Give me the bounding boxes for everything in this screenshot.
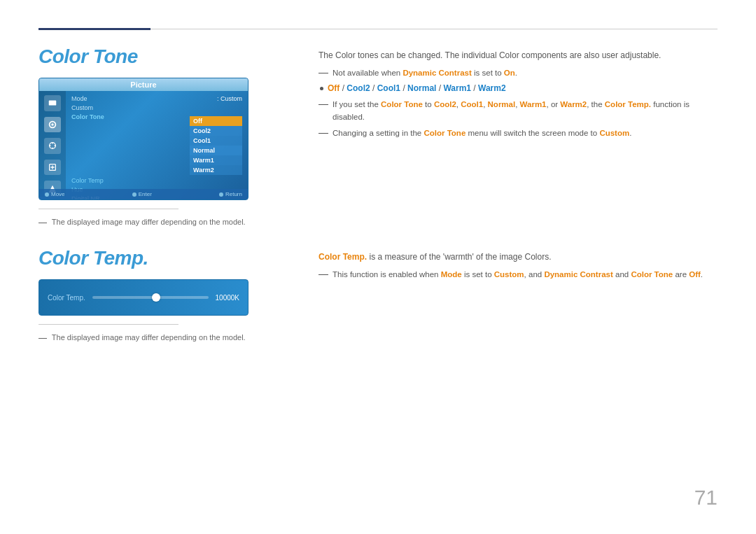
color-tone-section: Color Tone Picture	[38, 45, 718, 226]
tv-icon-2	[44, 117, 61, 133]
highlight-custom: Custom	[599, 129, 629, 137]
note-screen-mode: Changing a setting in the Color Tone men…	[318, 127, 718, 139]
color-temp-note: The displayed image may differ depending…	[38, 333, 290, 342]
color-temp-right: Color Temp. is a measure of the 'warmth'…	[318, 247, 718, 342]
svg-rect-0	[49, 101, 57, 106]
color-temp-section: Color Temp. Color Temp. 10000K The displ…	[38, 247, 718, 342]
dash-line-4	[318, 274, 328, 275]
opt-warm1: Warm1	[443, 83, 471, 93]
top-rule-dark	[38, 28, 150, 30]
highlight-cool2-note: Cool2	[434, 100, 456, 108]
tv-body: Mode : Custom Custom Color Tone Off Cool…	[39, 91, 248, 197]
tv-icon-4	[44, 160, 61, 176]
color-temp-desc: Color Temp. is a measure of the 'warmth'…	[318, 251, 718, 263]
opt-cool1: Cool1	[377, 83, 400, 93]
highlight-dynamic-contrast-ct: Dynamic Contrast	[544, 270, 612, 279]
tv-menu-custom: Custom	[71, 104, 242, 111]
note-dynamic-contrast: Not available when Dynamic Contrast is s…	[318, 67, 718, 79]
tv-icon-3	[44, 138, 61, 154]
color-tone-note: The displayed image may differ depending…	[38, 218, 290, 226]
tv-footer-return: Return	[219, 191, 242, 197]
tv-footer: Move Enter Return	[39, 189, 248, 199]
color-temp-slider-mockup: Color Temp. 10000K	[38, 279, 248, 316]
note-dash-2	[38, 338, 47, 339]
note-color-tone-disabled: If you set the Color Tone to Cool2, Cool…	[318, 99, 718, 123]
opt-cool2: Cool2	[346, 83, 370, 93]
tv-icons-column	[39, 91, 66, 197]
tv-footer-move: Move	[45, 191, 65, 197]
opt-warm2: Warm2	[478, 83, 506, 93]
note-dash	[38, 223, 47, 223]
tv-dropdown-warm2: Warm2	[190, 165, 242, 175]
color-tone-title: Color Tone	[38, 45, 290, 68]
tv-dropdown-cool2: Cool2	[190, 126, 242, 136]
top-rule-bar	[38, 28, 718, 30]
tv-dropdown: Off Cool2 Cool1 Normal Warm1 Warm2	[190, 116, 242, 175]
color-temp-label: Color Temp.	[318, 252, 367, 262]
tv-dropdown-normal: Normal	[190, 146, 242, 155]
bullet-dot	[320, 87, 323, 90]
tv-menu-mode: Mode : Custom	[71, 95, 242, 102]
top-rule-light	[150, 29, 718, 29]
highlight-warm2-note: Warm2	[560, 100, 587, 108]
slider-track[interactable]	[92, 296, 209, 299]
opt-off: Off	[328, 83, 340, 93]
color-tone-desc: The Color tones can be changed. The indi…	[318, 49, 718, 62]
highlight-warm1-note: Warm1	[520, 100, 547, 108]
nav-dot-return	[219, 192, 223, 197]
bullet-options: Off / Cool2 / Cool1 / Normal / Warm1 / W…	[320, 83, 718, 93]
page-container: Color Tone Picture	[0, 0, 756, 534]
highlight-custom-ct: Custom	[494, 270, 524, 279]
tv-footer-enter: Enter	[132, 191, 152, 197]
highlight-dynamic-contrast: Dynamic Contrast	[402, 69, 471, 77]
nav-dot-enter	[132, 192, 136, 197]
opt-normal: Normal	[407, 83, 436, 93]
highlight-mode: Mode	[441, 270, 462, 279]
slider-label: Color Temp.	[48, 294, 85, 302]
page-number: 71	[694, 486, 718, 510]
tv-dropdown-warm1: Warm1	[190, 155, 242, 165]
color-tone-right: The Color tones can be changed. The indi…	[318, 45, 718, 226]
tv-dropdown-off: Off	[190, 116, 242, 126]
color-tone-bottom-rule	[38, 209, 178, 209]
highlight-color-tone-ct: Color Tone	[631, 270, 673, 279]
tv-header: Picture	[39, 78, 248, 91]
color-temp-title: Color Temp.	[38, 247, 290, 269]
highlight-color-tone-2: Color Tone	[424, 129, 465, 137]
color-temp-function-note: This function is enabled when Mode is se…	[318, 269, 718, 281]
highlight-cool1-note: Cool1	[461, 100, 483, 108]
slider-thumb[interactable]	[152, 293, 160, 302]
highlight-on: On	[504, 69, 515, 77]
slider-value: 10000K	[216, 294, 239, 302]
highlight-normal-note: Normal	[488, 100, 516, 108]
tv-menu-color-tone: Color Tone Off Cool2 Cool1 Normal Warm1 …	[71, 113, 242, 175]
tv-icon-1	[44, 95, 61, 111]
highlight-color-temp-note: Color Temp.	[605, 100, 651, 108]
tv-menu: Mode : Custom Custom Color Tone Off Cool…	[66, 91, 248, 197]
tv-dropdown-cool1: Cool1	[190, 136, 242, 146]
dash-line-3	[318, 133, 328, 134]
highlight-color-tone-1: Color Tone	[381, 100, 423, 108]
color-temp-left: Color Temp. Color Temp. 10000K The displ…	[38, 247, 290, 342]
color-tone-tv-mockup: Picture	[38, 78, 248, 200]
dash-line-2	[318, 104, 328, 105]
nav-dot-move	[45, 192, 49, 197]
tv-menu-color-temp: Color Temp	[71, 177, 242, 184]
highlight-off-ct: Off	[689, 270, 701, 279]
color-temp-bottom-rule	[38, 324, 178, 325]
svg-point-2	[51, 123, 54, 126]
color-tone-left: Color Tone Picture	[38, 45, 290, 226]
dash-line-1	[318, 73, 328, 73]
